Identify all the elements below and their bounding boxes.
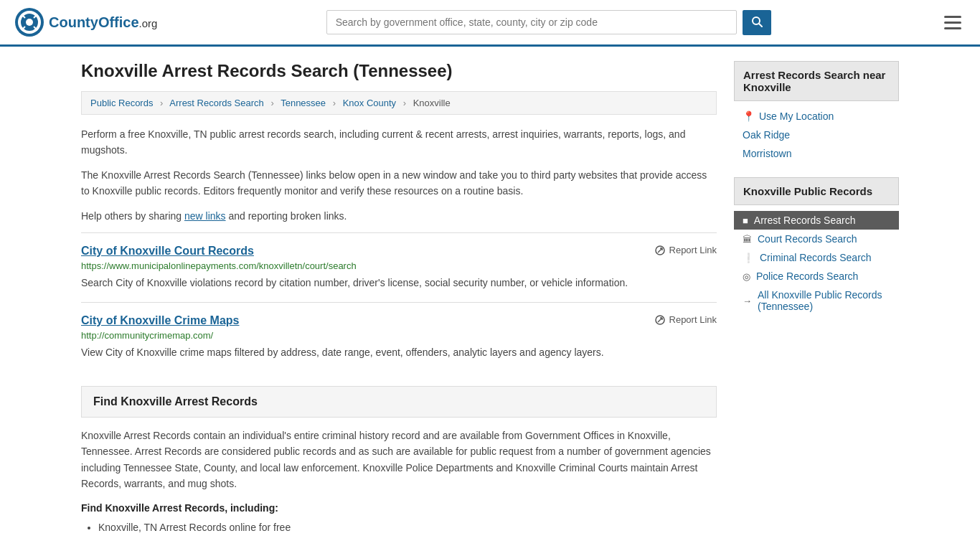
record-description: Search City of Knoxville violations reco…: [81, 276, 717, 291]
sidebar-location-oak-ridge[interactable]: Oak Ridge: [734, 126, 899, 144]
report-link-icon: [654, 245, 666, 256]
breadcrumb-current: Knoxville: [413, 98, 451, 108]
desc-para3-prefix: Help others by sharing: [81, 210, 184, 222]
sidebar-public-records-title: Knoxville Public Records: [734, 177, 899, 205]
sidebar-item-label: Court Records Search: [758, 233, 857, 245]
record-card-header: City of Knoxville Crime Maps Report Link: [81, 314, 717, 327]
report-link-label: Report Link: [669, 245, 717, 255]
breadcrumb-link-tennessee[interactable]: Tennessee: [281, 98, 326, 108]
radio-icon: ◎: [743, 271, 750, 282]
description-para1: Perform a free Knoxville, TN public arre…: [81, 126, 717, 159]
sidebar-item-court-records[interactable]: 🏛 Court Records Search: [734, 230, 899, 248]
location-pin-icon: 📍: [743, 110, 755, 122]
use-my-location-label: Use My Location: [759, 110, 834, 122]
search-input[interactable]: [326, 10, 737, 34]
search-area: [326, 10, 771, 35]
sidebar-item-arrest-records[interactable]: ■ Arrest Records Search: [734, 211, 899, 230]
sidebar-item-all-public-records[interactable]: → All Knoxville Public Records (Tennesse…: [734, 286, 899, 316]
logo-text: CountyOffice.org: [49, 14, 157, 31]
find-section-heading: Find Knoxville Arrest Records: [93, 395, 705, 408]
site-header: CountyOffice.org: [0, 0, 980, 47]
logo-icon: [14, 7, 44, 37]
record-description: View City of Knoxville crime maps filter…: [81, 345, 717, 360]
record-url[interactable]: https://www.municipalonlinepayments.com/…: [81, 260, 717, 271]
find-section-para: Knoxville Arrest Records contain an indi…: [81, 428, 717, 492]
sidebar-near-section: Arrest Records Search near Knoxville 📍 U…: [734, 61, 899, 163]
sidebar-item-label: Arrest Records Search: [754, 215, 856, 226]
sidebar-item-label: Criminal Records Search: [760, 252, 872, 263]
report-link-icon: [654, 314, 666, 326]
main-container: Knoxville Arrest Records Search (Tenness…: [67, 47, 913, 536]
new-links-link[interactable]: new links: [184, 210, 226, 222]
report-link-button[interactable]: Report Link: [654, 314, 717, 326]
sidebar-near-title: Arrest Records Search near Knoxville: [734, 61, 899, 101]
record-url[interactable]: http://communitycrimemap.com/: [81, 330, 717, 341]
record-title[interactable]: City of Knoxville Crime Maps: [81, 314, 240, 327]
arrow-icon: →: [743, 296, 752, 306]
find-section: Find Knoxville Arrest Records: [81, 386, 717, 418]
description-para2: The Knoxville Arrest Records Search (Ten…: [81, 167, 717, 199]
menu-line: [944, 22, 961, 24]
find-section-body: Knoxville Arrest Records contain an indi…: [81, 418, 717, 536]
exclaim-icon: ❕: [743, 253, 754, 263]
search-icon: [751, 16, 763, 27]
svg-line-9: [759, 24, 762, 27]
record-card: City of Knoxville Court Records Report L…: [81, 232, 717, 302]
search-button[interactable]: [743, 10, 771, 35]
breadcrumb: Public Records › Arrest Records Search ›…: [81, 91, 717, 115]
page-title: Knoxville Arrest Records Search (Tenness…: [81, 61, 717, 81]
record-card-header: City of Knoxville Court Records Report L…: [81, 245, 717, 258]
menu-line: [944, 27, 961, 29]
square-icon: ■: [743, 215, 748, 226]
desc-para3-suffix: and reporting broken links.: [226, 210, 347, 222]
svg-line-15: [658, 318, 662, 322]
content-area: Knoxville Arrest Records Search (Tenness…: [81, 61, 717, 536]
menu-line: [944, 16, 961, 18]
logo-area: CountyOffice.org: [14, 7, 157, 37]
hamburger-menu-button[interactable]: [940, 11, 966, 34]
sidebar-location-morristown[interactable]: Morristown: [734, 144, 899, 163]
breadcrumb-link-arrest-records[interactable]: Arrest Records Search: [169, 98, 264, 108]
svg-line-11: [658, 248, 662, 253]
breadcrumb-separator: ›: [333, 98, 336, 108]
svg-point-3: [26, 19, 33, 26]
breadcrumb-link-public-records[interactable]: Public Records: [90, 98, 153, 108]
breadcrumb-separator: ›: [270, 98, 273, 108]
find-section-sub-heading: Find Knoxville Arrest Records, including…: [81, 502, 717, 514]
report-link-label: Report Link: [669, 314, 717, 325]
record-cards-container: City of Knoxville Court Records Report L…: [81, 232, 717, 372]
description-para3: Help others by sharing new links and rep…: [81, 208, 717, 224]
sidebar-use-my-location[interactable]: 📍 Use My Location: [734, 107, 899, 126]
report-link-button[interactable]: Report Link: [654, 245, 717, 256]
breadcrumb-link-knox-county[interactable]: Knox County: [343, 98, 396, 108]
sidebar-public-records-section: Knoxville Public Records ■ Arrest Record…: [734, 177, 899, 316]
sidebar-item-label: Police Records Search: [756, 270, 858, 282]
sidebar: Arrest Records Search near Knoxville 📍 U…: [734, 61, 899, 536]
sidebar-item-criminal-records[interactable]: ❕ Criminal Records Search: [734, 248, 899, 267]
breadcrumb-separator: ›: [403, 98, 406, 108]
sidebar-item-label: All Knoxville Public Records (Tennessee): [758, 289, 890, 312]
sidebar-item-police-records[interactable]: ◎ Police Records Search: [734, 267, 899, 286]
list-item: Knoxville, TN Arrest Records online for …: [98, 519, 717, 537]
find-section-list: Knoxville, TN Arrest Records online for …: [98, 519, 717, 537]
record-card: City of Knoxville Crime Maps Report Link…: [81, 302, 717, 372]
building-icon: 🏛: [743, 234, 752, 245]
breadcrumb-separator: ›: [160, 98, 163, 108]
record-title[interactable]: City of Knoxville Court Records: [81, 245, 254, 258]
